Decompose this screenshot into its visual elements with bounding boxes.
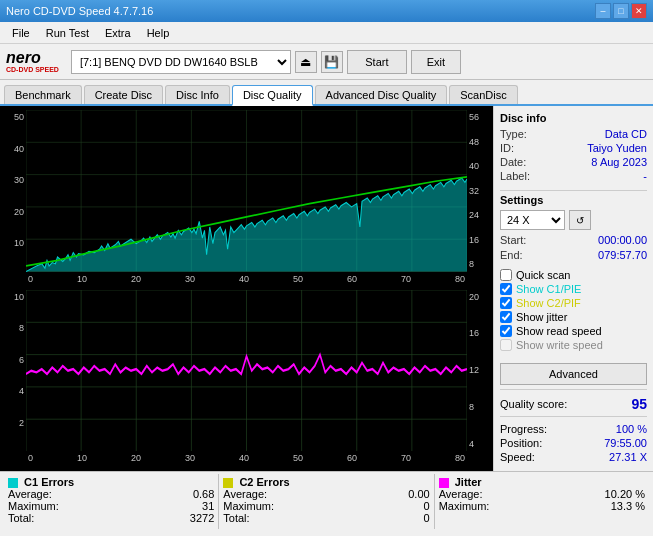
disc-date-row: Date: 8 Aug 2023 [500, 156, 647, 168]
main-wrapper: 50 40 30 20 10 [0, 106, 653, 471]
jitter-maximum-label: Maximum: [439, 500, 490, 512]
speed-row: 24 X ↺ [500, 210, 647, 230]
tab-discinfo[interactable]: Disc Info [165, 85, 230, 104]
main-content: 50 40 30 20 10 [0, 106, 653, 531]
menu-bar: File Run Test Extra Help [0, 22, 653, 44]
tab-benchmark[interactable]: Benchmark [4, 85, 82, 104]
top-chart-y-axis-left: 50 40 30 20 10 [4, 110, 26, 272]
show-readspeed-row: Show read speed [500, 325, 647, 337]
drive-select[interactable]: [7:1] BENQ DVD DD DW1640 BSLB [71, 50, 291, 74]
eject-icon[interactable]: ⏏ [295, 51, 317, 73]
tabs: Benchmark Create Disc Disc Info Disc Qua… [0, 80, 653, 106]
show-readspeed-checkbox[interactable] [500, 325, 512, 337]
c1-total-row: Total: 3272 [8, 512, 214, 524]
jitter-maximum-value: 13.3 % [611, 500, 645, 512]
speed-value: 27.31 X [609, 451, 647, 463]
close-button[interactable]: ✕ [631, 3, 647, 19]
show-c2pif-checkbox[interactable] [500, 297, 512, 309]
save-icon[interactable]: 💾 [321, 51, 343, 73]
menu-extra[interactable]: Extra [97, 25, 139, 41]
chart-area: 50 40 30 20 10 [0, 106, 493, 471]
disc-id-label: ID: [500, 142, 514, 154]
minimize-button[interactable]: – [595, 3, 611, 19]
c1-stats: C1 Errors Average: 0.68 Maximum: 31 Tota… [4, 474, 219, 529]
c1-maximum-row: Maximum: 31 [8, 500, 214, 512]
jitter-color-box [439, 478, 449, 488]
divider3 [500, 416, 647, 417]
exit-button[interactable]: Exit [411, 50, 461, 74]
tab-discquality[interactable]: Disc Quality [232, 85, 313, 106]
menu-file[interactable]: File [4, 25, 38, 41]
tab-advanceddiscquality[interactable]: Advanced Disc Quality [315, 85, 448, 104]
tab-scandisc[interactable]: ScanDisc [449, 85, 517, 104]
speed-row-prog: Speed: 27.31 X [500, 451, 647, 463]
show-jitter-checkbox[interactable] [500, 311, 512, 323]
progress-row: Progress: 100 % [500, 423, 647, 435]
bottom-chart-wrapper: 10 8 6 4 2 [4, 290, 489, 452]
maximize-button[interactable]: □ [613, 3, 629, 19]
speed-select[interactable]: 24 X [500, 210, 565, 230]
c1-color-box [8, 478, 18, 488]
bottom-chart-svg [26, 290, 467, 452]
quality-score-label: Quality score: [500, 398, 567, 410]
title-bar-title: Nero CD-DVD Speed 4.7.7.16 [6, 5, 153, 17]
title-bar: Nero CD-DVD Speed 4.7.7.16 – □ ✕ [0, 0, 653, 22]
jitter-maximum-row: Maximum: 13.3 % [439, 500, 645, 512]
top-chart: 0 10 20 30 40 50 60 70 80 [26, 110, 467, 272]
jitter-average-label: Average: [439, 488, 483, 500]
stats-bar: C1 Errors Average: 0.68 Maximum: 31 Tota… [0, 471, 653, 531]
settings-section: Settings 24 X ↺ Start: 000:00.00 End: 07… [500, 194, 647, 261]
top-chart-y-axis-right: 56 48 40 32 24 16 8 [467, 110, 489, 272]
position-row: Position: 79:55.00 [500, 437, 647, 449]
c1-average-row: Average: 0.68 [8, 488, 214, 500]
nero-logo-sub: CD-DVD SPEED [6, 66, 59, 73]
progress-value: 100 % [616, 423, 647, 435]
start-button[interactable]: Start [347, 50, 407, 74]
progress-label: Progress: [500, 423, 547, 435]
show-writespeed-label: Show write speed [516, 339, 603, 351]
right-panel: Disc info Type: Data CD ID: Taiyo Yuden … [493, 106, 653, 471]
c2-maximum-value: 0 [424, 500, 430, 512]
c2-total-row: Total: 0 [223, 512, 429, 524]
show-c1pie-checkbox[interactable] [500, 283, 512, 295]
jitter-average-row: Average: 10.20 % [439, 488, 645, 500]
c2-average-label: Average: [223, 488, 267, 500]
position-value: 79:55.00 [604, 437, 647, 449]
start-label: Start: [500, 234, 526, 246]
menu-runtest[interactable]: Run Test [38, 25, 97, 41]
top-chart-x-labels: 0 10 20 30 40 50 60 70 80 [26, 274, 467, 284]
c1-total-label: Total: [8, 512, 34, 524]
c2-color-box [223, 478, 233, 488]
quality-score-value: 95 [631, 396, 647, 412]
title-bar-controls: – □ ✕ [595, 3, 647, 19]
jitter-average-value: 10.20 % [605, 488, 645, 500]
menu-help[interactable]: Help [139, 25, 178, 41]
disc-id-value: Taiyo Yuden [587, 142, 647, 154]
quick-scan-label: Quick scan [516, 269, 570, 281]
end-value: 079:57.70 [598, 249, 647, 261]
c1-maximum-label: Maximum: [8, 500, 59, 512]
nero-logo: nero CD-DVD SPEED [6, 50, 59, 73]
c2-total-label: Total: [223, 512, 249, 524]
c2-stats: C2 Errors Average: 0.00 Maximum: 0 Total… [219, 474, 434, 529]
show-writespeed-checkbox[interactable] [500, 339, 512, 351]
c1-average-label: Average: [8, 488, 52, 500]
show-c2pif-row: Show C2/PIF [500, 297, 647, 309]
speed-refresh-icon[interactable]: ↺ [569, 210, 591, 230]
quick-scan-checkbox[interactable] [500, 269, 512, 281]
c1-average-value: 0.68 [193, 488, 214, 500]
disc-info-section: Disc info Type: Data CD ID: Taiyo Yuden … [500, 112, 647, 182]
tab-createdisc[interactable]: Create Disc [84, 85, 163, 104]
disc-date-label: Date: [500, 156, 526, 168]
c2-total-value: 0 [424, 512, 430, 524]
show-writespeed-row: Show write speed [500, 339, 647, 351]
show-c2pif-label: Show C2/PIF [516, 297, 581, 309]
bottom-chart-y-axis-left: 10 8 6 4 2 [4, 290, 26, 452]
disc-info-title: Disc info [500, 112, 647, 124]
divider1 [500, 190, 647, 191]
advanced-button[interactable]: Advanced [500, 363, 647, 385]
disc-type-value: Data CD [605, 128, 647, 140]
c1-title: C1 Errors [8, 476, 214, 488]
bottom-chart-x-labels: 0 10 20 30 40 50 60 70 80 [26, 453, 467, 463]
start-time-row: Start: 000:00.00 [500, 234, 647, 246]
